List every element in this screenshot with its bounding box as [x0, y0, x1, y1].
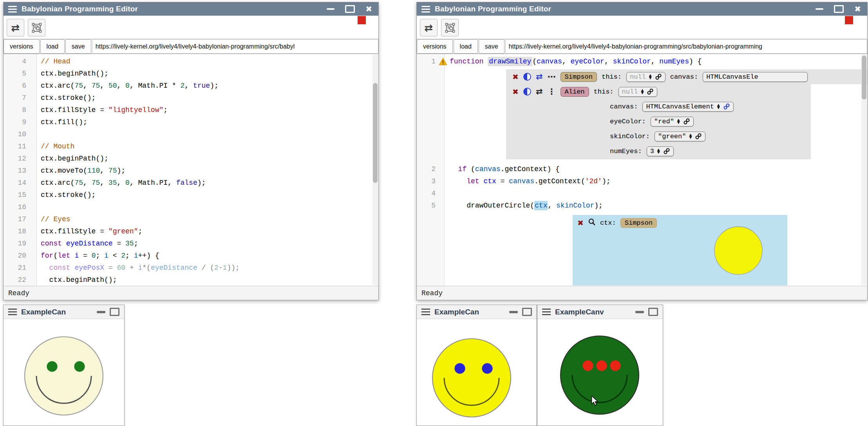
example-toggle-switch[interactable]: [523, 88, 531, 96]
code-line[interactable]: 12ctx.beginPath();: [4, 153, 378, 165]
load-button[interactable]: load: [454, 39, 478, 54]
minimize-button[interactable]: [327, 8, 335, 10]
hamburger-menu-icon[interactable]: [542, 309, 551, 315]
stepper-icon[interactable]: ▲▼: [677, 119, 680, 124]
hamburger-menu-icon[interactable]: [421, 6, 430, 13]
hamburger-menu-icon[interactable]: [421, 309, 430, 315]
warning-icon[interactable]: [439, 58, 447, 65]
delete-example-icon[interactable]: ✖: [512, 73, 519, 81]
swap-direction-button[interactable]: ⇄: [7, 19, 24, 36]
title-bar[interactable]: Babylonian Programming Editor ✖: [417, 2, 867, 16]
maximize-button[interactable]: [648, 308, 658, 316]
example-toggle-switch[interactable]: [523, 73, 531, 81]
link-icon[interactable]: [723, 103, 730, 110]
code-line[interactable]: 21 const eyePosX = 60 + i*(eyeDistance /…: [4, 262, 378, 274]
value-box-skincolor[interactable]: "green" ▲▼: [655, 132, 705, 141]
link-icon[interactable]: [663, 148, 670, 155]
save-button[interactable]: save: [65, 39, 91, 54]
code-line[interactable]: 13ctx.moveTo(110, 75);: [4, 165, 378, 177]
close-button[interactable]: ✖: [365, 5, 372, 13]
probe-label: ctx:: [600, 219, 616, 227]
code-line[interactable]: 19const eyeDistance = 35;: [4, 238, 378, 250]
url-field[interactable]: https://lively-kernel.org/lively4/lively…: [505, 39, 867, 54]
value-box-canvas[interactable]: HTMLCanvasEle: [703, 72, 808, 82]
code-line[interactable]: 15ctx.stroke();: [4, 189, 378, 201]
trace-arrows-icon[interactable]: ⇄: [536, 88, 543, 96]
swap-direction-button[interactable]: ⇄: [420, 19, 438, 36]
minimize-button[interactable]: [816, 8, 823, 10]
select-tool-button[interactable]: [28, 19, 45, 36]
value-box-numeyes[interactable]: 3 ▲▼: [647, 146, 674, 156]
title-bar[interactable]: ExampleCanv: [537, 305, 663, 319]
code-line[interactable]: 4: [417, 188, 867, 200]
link-icon[interactable]: [647, 88, 654, 95]
code-line[interactable]: 20for(let i = 0; i < 2; i++) {: [4, 250, 378, 262]
link-icon[interactable]: [683, 118, 690, 125]
code-line[interactable]: 22 ctx.beginPath();: [4, 274, 378, 286]
hamburger-menu-icon[interactable]: [8, 309, 17, 315]
more-options-icon[interactable]: ⋮: [548, 88, 556, 96]
maximize-button[interactable]: [834, 5, 844, 13]
code-line[interactable]: 5 drawOuterCircle(ctx, skinColor);: [417, 200, 867, 212]
code-line[interactable]: 8ctx.fillStyle = "lightyellow";: [4, 104, 378, 116]
code-line[interactable]: 4// Head: [4, 56, 378, 68]
title-bar[interactable]: Babylonian Programming Editor ✖: [4, 2, 378, 16]
load-button[interactable]: load: [40, 39, 65, 54]
canvas-content: [417, 319, 537, 425]
code-line[interactable]: 2 if (canvas.getContext) {: [417, 163, 867, 175]
maximize-button[interactable]: [345, 5, 355, 13]
value-box-this[interactable]: null ▲▼: [618, 87, 658, 97]
scrollbar-thumb[interactable]: [862, 56, 866, 99]
link-icon[interactable]: [695, 133, 702, 140]
stepper-icon[interactable]: ▲▼: [649, 74, 652, 79]
minimize-button[interactable]: [509, 311, 518, 313]
line-number: 9: [4, 116, 26, 128]
code-line[interactable]: 10: [4, 128, 378, 141]
example-badge-alien[interactable]: Alien: [561, 87, 589, 97]
stepper-icon[interactable]: ▲▼: [717, 104, 720, 109]
code-line[interactable]: 14ctx.arc(75, 75, 35, 0, Math.PI, false)…: [4, 177, 378, 189]
code-editor[interactable]: 4// Head5ctx.beginPath();6ctx.arc(75, 75…: [4, 54, 378, 286]
code-line[interactable]: 11// Mouth: [4, 141, 378, 153]
code-editor[interactable]: 1function drawSmiley(canvas, eyeColor, s…: [417, 54, 867, 286]
url-field[interactable]: https://lively-kernel.org/lively4/lively…: [92, 39, 378, 54]
probe-badge-simpson[interactable]: Simpson: [620, 218, 657, 228]
stepper-icon[interactable]: ▲▼: [657, 148, 660, 154]
code-line[interactable]: 17// Eyes: [4, 213, 378, 226]
title-bar[interactable]: ExampleCan: [4, 305, 124, 319]
delete-example-icon[interactable]: ✖: [512, 88, 519, 96]
versions-button[interactable]: versions: [4, 39, 40, 54]
save-button[interactable]: save: [479, 39, 505, 54]
code-line[interactable]: 6ctx.arc(75, 75, 50, 0, Math.PI * 2, tru…: [4, 80, 378, 92]
hamburger-menu-icon[interactable]: [8, 6, 17, 13]
code-line[interactable]: 7ctx.stroke();: [4, 92, 378, 104]
versions-button[interactable]: versions: [417, 39, 453, 54]
stepper-icon[interactable]: ▲▼: [689, 134, 692, 139]
value-box-canvas[interactable]: HTMLCanvasElement ▲▼: [642, 102, 733, 112]
code-line[interactable]: 9ctx.fill();: [4, 116, 378, 128]
maximize-button[interactable]: [110, 308, 119, 316]
link-icon[interactable]: [655, 73, 662, 80]
vertical-scrollbar[interactable]: [373, 55, 378, 285]
vertical-scrollbar[interactable]: [861, 55, 867, 285]
value-box-eyecolor[interactable]: "red" ▲▼: [651, 117, 694, 126]
code-line[interactable]: 5ctx.beginPath();: [4, 68, 378, 80]
stepper-icon[interactable]: ▲▼: [641, 89, 644, 94]
code-line[interactable]: 3 let ctx = canvas.getContext('2d');: [417, 175, 867, 188]
minimize-button[interactable]: [635, 311, 644, 313]
delete-probe-icon[interactable]: ✖: [577, 219, 584, 227]
scrollbar-thumb[interactable]: [373, 83, 378, 183]
code-line[interactable]: 18ctx.fillStyle = "green";: [4, 226, 378, 238]
value-box-this[interactable]: null ▲▼: [626, 72, 665, 82]
select-tool-button[interactable]: [441, 19, 459, 36]
magnifier-icon[interactable]: [588, 218, 596, 228]
trace-arrows-icon[interactable]: ⇄: [536, 73, 543, 81]
code-line[interactable]: 16: [4, 201, 378, 213]
close-button[interactable]: ✖: [854, 5, 861, 13]
maximize-button[interactable]: [522, 308, 532, 316]
code-line[interactable]: 1function drawSmiley(canvas, eyeColor, s…: [417, 56, 867, 68]
example-badge-simpson[interactable]: Simpson: [561, 72, 597, 82]
more-options-icon[interactable]: ⋯: [548, 73, 556, 81]
title-bar[interactable]: ExampleCan: [417, 305, 537, 319]
minimize-button[interactable]: [97, 311, 105, 313]
